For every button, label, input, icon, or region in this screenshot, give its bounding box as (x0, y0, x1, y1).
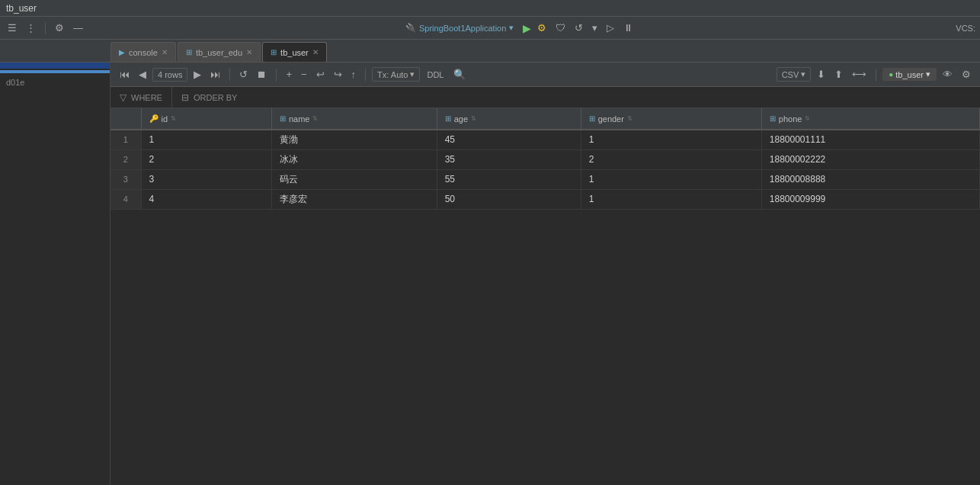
cell-age[interactable]: 50 (437, 189, 581, 209)
cell-name[interactable]: 码云 (271, 169, 437, 189)
cell-id[interactable]: 3 (141, 169, 271, 189)
cell-gender[interactable]: 2 (581, 149, 761, 169)
order-section: ⊟ ORDER BY (172, 87, 246, 108)
cell-id[interactable]: 1 (141, 130, 271, 149)
prev-page-icon[interactable]: ◀ (136, 67, 149, 82)
tab-tb-user[interactable]: ⊞ tb_user ✕ (262, 42, 327, 62)
compare-icon[interactable]: ⟷ (849, 67, 870, 82)
table-row[interactable]: 3 3 码云 55 1 18800008888 (110, 169, 980, 189)
cell-phone[interactable]: 18800002222 (761, 149, 979, 169)
build-icon[interactable]: ⚙ (534, 21, 549, 35)
stop-icon[interactable]: ⏹ (254, 67, 270, 82)
th-id[interactable]: 🔑 id ⇅ (141, 108, 271, 130)
th-gender[interactable]: ⊞ gender ⇅ (581, 108, 761, 130)
cell-gender[interactable]: 1 (581, 169, 761, 189)
cell-age[interactable]: 55 (437, 169, 581, 189)
cell-phone[interactable]: 18800001111 (761, 130, 979, 149)
settings-icon[interactable]: ⚙ (52, 21, 67, 35)
th-name[interactable]: ⊞ name ⇅ (271, 108, 437, 130)
upload-icon[interactable]: ⬆ (831, 67, 846, 82)
where-label[interactable]: WHERE (131, 93, 162, 102)
redo-icon[interactable]: ↪ (331, 67, 345, 82)
cell-name[interactable]: 冰冰 (271, 149, 437, 169)
cell-name[interactable]: 黄渤 (271, 130, 437, 149)
tb-user-badge: ● tb_user ▾ (882, 68, 937, 81)
first-page-icon[interactable]: ⏮ (117, 67, 133, 82)
sidebar-color-bar (0, 70, 110, 73)
cell-row-num: 2 (110, 149, 141, 169)
content-area: ⏮ ◀ 4 rows ▶ ⏭ ↺ ⏹ + − ↩ ↪ ↑ Tx: Auto ▾ … (110, 63, 980, 485)
sort-icon-phone: ⇅ (805, 115, 810, 122)
table-chevron: ▾ (926, 69, 930, 79)
chevron-icon[interactable]: ▾ (589, 21, 600, 35)
tab-console-close[interactable]: ✕ (162, 48, 168, 56)
tab-tb-user-edu-close[interactable]: ✕ (246, 48, 252, 56)
th-phone[interactable]: ⊞ phone ⇅ (761, 108, 979, 130)
shield-icon[interactable]: 🛡 (552, 21, 568, 35)
play2-icon[interactable]: ▷ (604, 21, 617, 35)
cell-gender[interactable]: 1 (581, 130, 761, 149)
cell-phone[interactable]: 18800009999 (761, 189, 979, 209)
refresh-icon[interactable]: ↺ (572, 21, 586, 35)
cell-row-num: 1 (110, 130, 141, 149)
cell-age[interactable]: 35 (437, 149, 581, 169)
ddl-button[interactable]: DDL (423, 69, 447, 81)
main-layout: d01e ⏮ ◀ 4 rows ▶ ⏭ ↺ ⏹ + − ↩ ↪ ↑ Tx: Au… (0, 63, 980, 485)
sidebar-item-active[interactable] (0, 63, 110, 69)
last-page-icon[interactable]: ⏭ (207, 67, 223, 82)
separator3 (276, 69, 277, 81)
rows-indicator[interactable]: 4 rows (152, 68, 187, 82)
cell-name[interactable]: 李彦宏 (271, 189, 437, 209)
vcs-label: VCS: (956, 24, 975, 33)
sidebar: d01e (0, 63, 110, 485)
data-toolbar: ⏮ ◀ 4 rows ▶ ⏭ ↺ ⏹ + − ↩ ↪ ↑ Tx: Auto ▾ … (110, 63, 980, 87)
app-icon: 🔌 (405, 23, 416, 33)
table-icon-edu: ⊞ (186, 48, 192, 56)
cell-phone[interactable]: 18800008888 (761, 169, 979, 189)
th-age[interactable]: ⊞ age ⇅ (437, 108, 581, 130)
remove-row-icon[interactable]: − (298, 67, 310, 82)
minimize-icon[interactable]: — (70, 21, 86, 35)
tx-selector[interactable]: Tx: Auto ▾ (372, 67, 420, 82)
table-row[interactable]: 2 2 冰冰 35 2 18800002222 (110, 149, 980, 169)
run-button[interactable]: ▶ (523, 22, 531, 34)
orderby-label[interactable]: ORDER BY (194, 93, 237, 102)
list2-icon[interactable]: ⋮ (23, 21, 39, 35)
sidebar-text: d01e (0, 75, 110, 90)
cell-row-num: 4 (110, 189, 141, 209)
pause-icon[interactable]: ⏸ (620, 21, 636, 35)
cell-id[interactable]: 4 (141, 189, 271, 209)
th-row-num (110, 108, 141, 130)
table-row[interactable]: 1 1 黄渤 45 1 18800001111 (110, 130, 980, 149)
cell-age[interactable]: 45 (437, 130, 581, 149)
cell-row-num: 3 (110, 169, 141, 189)
add-row-icon[interactable]: + (283, 67, 295, 82)
table-icon-user: ⊞ (271, 48, 277, 56)
next-page-icon[interactable]: ▶ (191, 67, 204, 82)
tab-tb-user-edu[interactable]: ⊞ tb_user_edu ✕ (178, 42, 261, 62)
csv-chevron: ▾ (801, 69, 805, 79)
cell-gender[interactable]: 1 (581, 189, 761, 209)
download-icon[interactable]: ⬇ (814, 67, 828, 82)
sort-icon-name: ⇅ (312, 115, 318, 122)
refresh-data-icon[interactable]: ↺ (236, 67, 251, 82)
tab-tb-user-label: tb_user (280, 48, 309, 57)
csv-selector[interactable]: CSV ▾ (777, 67, 812, 82)
title-bar: tb_user (0, 0, 980, 17)
eye-icon[interactable]: 👁 (940, 67, 956, 82)
undo-icon[interactable]: ↩ (313, 67, 328, 82)
table-row[interactable]: 4 4 李彦宏 50 1 18800009999 (110, 189, 980, 209)
gear2-icon[interactable]: ⚙ (959, 67, 974, 82)
tab-console[interactable]: ▶ console ✕ (110, 42, 176, 62)
search-icon[interactable]: 🔍 (450, 67, 469, 82)
col-icon-phone: ⊞ (770, 114, 776, 123)
app-name: 🔌 SpringBoot1Application ▾ (405, 23, 514, 33)
submit-icon[interactable]: ↑ (348, 67, 360, 82)
tab-tb-user-close[interactable]: ✕ (312, 48, 319, 56)
order-icon: ⊟ (181, 92, 189, 103)
sort-icon-id: ⇅ (171, 115, 176, 122)
list-icon[interactable]: ☰ (5, 21, 20, 35)
cell-id[interactable]: 2 (141, 149, 271, 169)
table-container: 🔑 id ⇅ ⊞ name ⇅ (110, 108, 980, 485)
chevron-down-icon[interactable]: ▾ (509, 23, 514, 33)
